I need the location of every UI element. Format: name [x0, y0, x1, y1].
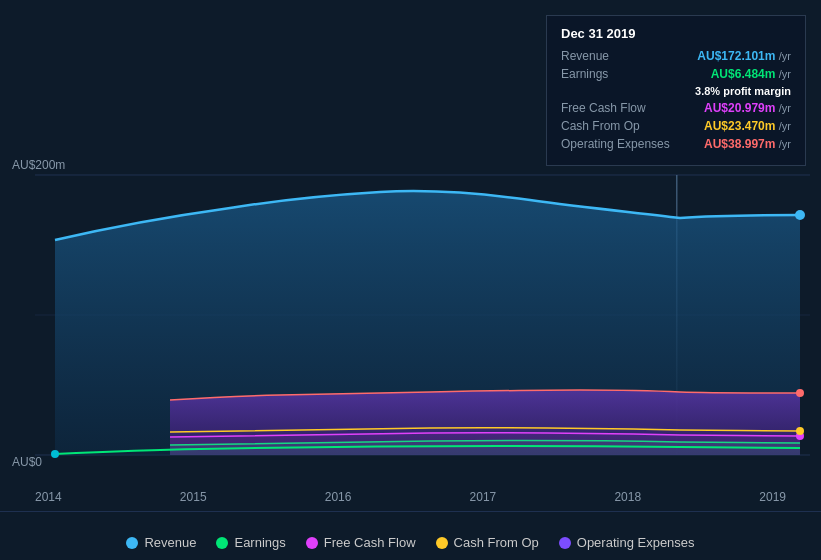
- tooltip-margin-row: 3.8% profit margin: [561, 85, 791, 97]
- x-axis-labels: 2014 2015 2016 2017 2018 2019: [0, 490, 821, 504]
- tooltip-cashfromop-label: Cash From Op: [561, 119, 681, 133]
- legend-label-opex: Operating Expenses: [577, 535, 695, 550]
- tooltip-opex-row: Operating Expenses AU$38.997m /yr: [561, 137, 791, 151]
- tooltip-revenue-value: AU$172.101m /yr: [697, 49, 791, 63]
- x-label-2015: 2015: [180, 490, 207, 504]
- tooltip-earnings-value: AU$6.484m /yr: [711, 67, 791, 81]
- legend-dot-revenue: [126, 537, 138, 549]
- legend-dot-earnings: [216, 537, 228, 549]
- tooltip-fcf-row: Free Cash Flow AU$20.979m /yr: [561, 101, 791, 115]
- tooltip-opex-value: AU$38.997m /yr: [704, 137, 791, 151]
- legend-fcf[interactable]: Free Cash Flow: [306, 535, 416, 550]
- legend-cashfromop[interactable]: Cash From Op: [436, 535, 539, 550]
- tooltip-cashfromop-row: Cash From Op AU$23.470m /yr: [561, 119, 791, 133]
- svg-point-7: [796, 427, 804, 435]
- legend-dot-cashfromop: [436, 537, 448, 549]
- x-label-2014: 2014: [35, 490, 62, 504]
- chart-divider: [0, 511, 821, 512]
- tooltip-fcf-value: AU$20.979m /yr: [704, 101, 791, 115]
- x-label-2017: 2017: [470, 490, 497, 504]
- tooltip-fcf-label: Free Cash Flow: [561, 101, 681, 115]
- x-label-2019: 2019: [759, 490, 786, 504]
- svg-point-9: [51, 450, 59, 458]
- tooltip-cashfromop-value: AU$23.470m /yr: [704, 119, 791, 133]
- legend-dot-fcf: [306, 537, 318, 549]
- x-label-2016: 2016: [325, 490, 352, 504]
- legend-label-revenue: Revenue: [144, 535, 196, 550]
- tooltip-date: Dec 31 2019: [561, 26, 791, 41]
- svg-point-8: [796, 389, 804, 397]
- svg-point-5: [795, 210, 805, 220]
- legend-revenue[interactable]: Revenue: [126, 535, 196, 550]
- legend-label-cashfromop: Cash From Op: [454, 535, 539, 550]
- legend-label-fcf: Free Cash Flow: [324, 535, 416, 550]
- tooltip-earnings-label: Earnings: [561, 67, 681, 81]
- tooltip-earnings-row: Earnings AU$6.484m /yr: [561, 67, 791, 81]
- y-label-top: AU$200m: [12, 158, 65, 172]
- legend-earnings[interactable]: Earnings: [216, 535, 285, 550]
- legend-dot-opex: [559, 537, 571, 549]
- tooltip-revenue-row: Revenue AU$172.101m /yr: [561, 49, 791, 63]
- tooltip-revenue-label: Revenue: [561, 49, 681, 63]
- legend-label-earnings: Earnings: [234, 535, 285, 550]
- data-tooltip: Dec 31 2019 Revenue AU$172.101m /yr Earn…: [546, 15, 806, 166]
- y-label-bottom: AU$0: [12, 455, 42, 469]
- legend-opex[interactable]: Operating Expenses: [559, 535, 695, 550]
- chart-legend: Revenue Earnings Free Cash Flow Cash Fro…: [0, 535, 821, 550]
- tooltip-margin-value: 3.8% profit margin: [695, 85, 791, 97]
- tooltip-opex-label: Operating Expenses: [561, 137, 681, 151]
- x-label-2018: 2018: [614, 490, 641, 504]
